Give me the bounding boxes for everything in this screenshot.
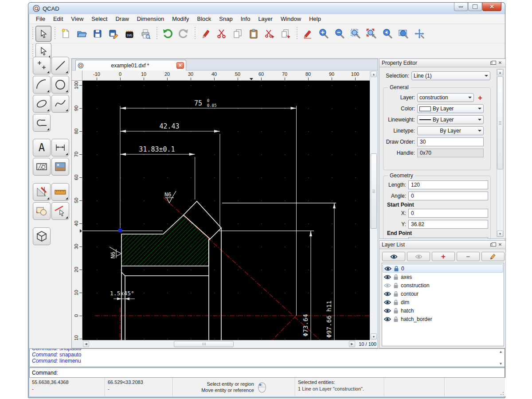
dimension-tool-button[interactable]	[51, 139, 69, 156]
close-button[interactable]: ✕	[482, 3, 501, 11]
copy-reference-button[interactable]	[278, 26, 293, 42]
horizontal-scroll-thumb[interactable]	[174, 341, 234, 347]
copy-button[interactable]	[230, 26, 246, 42]
angle-input[interactable]: 0	[408, 192, 488, 200]
toolbar-handle[interactable]	[31, 44, 34, 58]
snap-tool-button[interactable]	[51, 202, 69, 220]
zoom-in-button[interactable]	[316, 26, 332, 42]
minimize-button[interactable]	[454, 3, 468, 11]
scroll-down-icon[interactable]: ▼	[497, 231, 503, 237]
layer-row-contour[interactable]: contour	[383, 289, 503, 298]
line-tool-button[interactable]	[51, 57, 69, 74]
property-editor-header[interactable]: Property Editor ✕	[379, 59, 505, 67]
horizontal-scrollbar[interactable]: ◀ ▶	[82, 340, 356, 348]
command-prompt[interactable]: Command:	[29, 368, 505, 378]
lineweight-combo[interactable]: By Layer	[417, 115, 484, 124]
vertical-scrollbar[interactable]: ▲ ▼	[370, 70, 377, 340]
end-x-input[interactable]: 120	[408, 237, 488, 239]
menu-window[interactable]: Window	[277, 15, 305, 23]
hatch-tool-button[interactable]	[33, 158, 51, 176]
layer-list-header[interactable]: Layer List ✕	[379, 241, 505, 249]
property-scroll-thumb[interactable]	[497, 76, 503, 169]
menu-info[interactable]: Info	[237, 15, 254, 23]
tab-close-button[interactable]: ✕	[176, 62, 184, 69]
layer-row-hatch[interactable]: hatch	[383, 306, 503, 315]
show-all-layers-button[interactable]	[382, 252, 405, 261]
selection-combo[interactable]: Line (1)	[411, 71, 490, 80]
ellipse-tool-button[interactable]	[33, 95, 51, 113]
toolbar-handle[interactable]	[296, 27, 298, 40]
cut-reference-button[interactable]	[262, 26, 278, 42]
scroll-down-icon[interactable]: ▼	[371, 333, 377, 340]
menu-help[interactable]: Help	[305, 15, 325, 23]
menu-draw[interactable]: Draw	[111, 15, 133, 23]
drawing-canvas[interactable]: 75 0 0.05 42.43	[82, 81, 370, 340]
point-tool-button[interactable]	[33, 57, 51, 74]
block-tool-button[interactable]	[33, 202, 51, 220]
scroll-up-icon[interactable]: ▲	[371, 71, 377, 77]
scroll-right-icon[interactable]: ▶	[349, 341, 355, 347]
close-panel-icon[interactable]: ✕	[497, 242, 503, 247]
toolbar-handle[interactable]	[54, 27, 56, 40]
redo-button[interactable]	[176, 26, 192, 42]
previous-view-button[interactable]	[379, 26, 395, 42]
layer-row-hatch_border[interactable]: hatch_border	[383, 315, 503, 323]
layer-row-dim[interactable]: dim	[383, 298, 503, 306]
add-layer-icon[interactable]: +	[478, 94, 482, 102]
save-button[interactable]	[90, 26, 106, 42]
menu-modify[interactable]: Modify	[168, 15, 193, 23]
menu-select[interactable]: Select	[87, 15, 111, 23]
zoom-out-button[interactable]	[332, 26, 348, 42]
title-bar[interactable]: QCAD ✕	[28, 3, 505, 14]
cut-button[interactable]	[214, 26, 230, 42]
arc-tool-button[interactable]	[33, 76, 51, 94]
open-file-button[interactable]	[74, 26, 90, 42]
menu-view[interactable]: View	[67, 15, 87, 23]
scroll-up-icon[interactable]: ▲	[497, 69, 503, 75]
polyline-tool-button[interactable]	[33, 114, 51, 132]
menu-dimension[interactable]: Dimension	[133, 15, 168, 23]
dim-chamfer[interactable]: 1.5x45°	[110, 290, 135, 300]
pointer-tool-button[interactable]	[35, 26, 51, 42]
hide-all-layers-button[interactable]	[407, 252, 430, 261]
layer-combo[interactable]: construction	[417, 93, 474, 102]
history-scroll[interactable]: ▲▼	[498, 349, 504, 367]
auto-zoom-button[interactable]	[348, 26, 364, 42]
draw-pencil-button[interactable]	[300, 26, 316, 42]
print-preview-button[interactable]	[137, 26, 153, 42]
spline-tool-button[interactable]	[51, 95, 69, 113]
zoom-selection-button[interactable]	[364, 26, 379, 42]
menu-snap[interactable]: Snap	[215, 15, 236, 23]
undo-button[interactable]	[160, 26, 176, 42]
remove-layer-button[interactable]: −	[457, 252, 480, 261]
pan-button[interactable]	[411, 26, 427, 42]
save-as-button[interactable]	[106, 26, 121, 42]
toolbar-handle[interactable]	[31, 27, 34, 40]
toolbar-handle[interactable]	[156, 27, 158, 40]
float-panel-icon[interactable]	[489, 242, 495, 247]
pen-edit-button[interactable]	[198, 26, 214, 42]
scroll-left-icon[interactable]: ◀	[83, 341, 89, 347]
resize-grip[interactable]	[499, 390, 504, 395]
image-tool-button[interactable]	[51, 158, 69, 176]
paste-button[interactable]	[246, 26, 262, 42]
edit-layer-button[interactable]	[481, 252, 505, 261]
menu-block[interactable]: Block	[193, 15, 215, 23]
toolbar-handle[interactable]	[194, 27, 196, 40]
vertical-scroll-thumb[interactable]	[371, 153, 377, 229]
property-scrollbar[interactable]: ▲ ▼	[497, 69, 504, 237]
measure-tool-button[interactable]	[51, 183, 69, 201]
zoom-window-button[interactable]	[395, 26, 411, 42]
menu-file[interactable]: File	[32, 15, 49, 23]
menu-edit[interactable]: Edit	[49, 15, 67, 23]
layer-row-construction[interactable]: construction	[383, 281, 503, 289]
float-panel-icon[interactable]	[489, 60, 495, 66]
maximize-button[interactable]	[468, 3, 482, 11]
draworder-input[interactable]: 30	[417, 137, 484, 146]
menu-layer[interactable]: Layer	[254, 15, 277, 23]
linetype-combo[interactable]: By Layer	[417, 126, 484, 135]
close-panel-icon[interactable]: ✕	[497, 60, 503, 66]
start-x-input[interactable]: 0	[408, 209, 488, 218]
svg-export-button[interactable]: SVG	[121, 26, 137, 42]
color-combo[interactable]: By Layer	[417, 104, 484, 113]
